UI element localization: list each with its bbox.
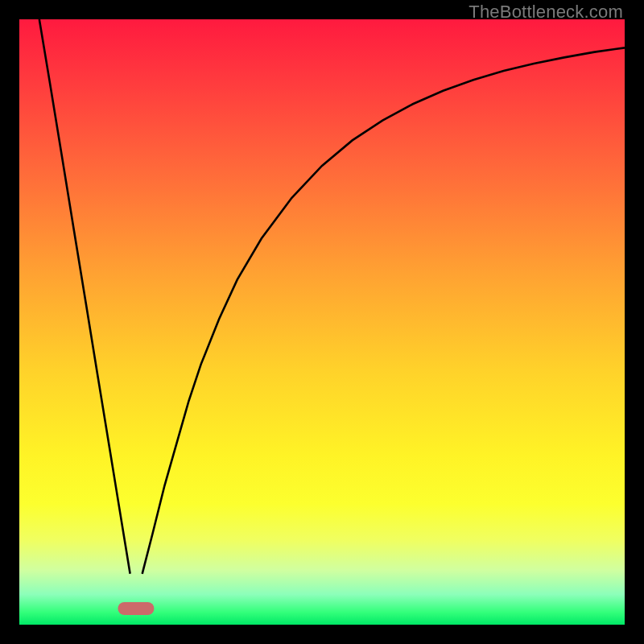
chart-frame: TheBottleneck.com bbox=[0, 0, 644, 644]
curve-right-line bbox=[142, 47, 625, 573]
chart-curves bbox=[19, 19, 625, 625]
curve-left-line bbox=[39, 19, 130, 574]
minimum-marker bbox=[118, 602, 155, 615]
plot-area bbox=[19, 19, 625, 625]
watermark-text: TheBottleneck.com bbox=[469, 2, 623, 23]
